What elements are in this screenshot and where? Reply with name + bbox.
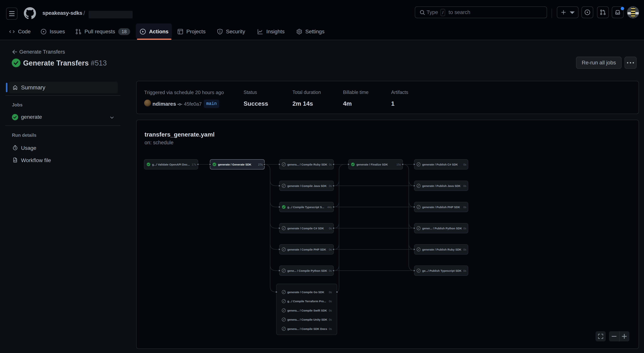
svg-text:generate / Compile C# SDK: generate / Compile C# SDK (287, 227, 324, 230)
svg-text:generate / Publish PHP SDK: generate / Publish PHP SDK (422, 206, 460, 209)
svg-text:gene... / Compile Python SDK: gene... / Compile Python SDK (287, 269, 327, 272)
svg-text:0s: 0s (329, 327, 332, 330)
svg-text:0s: 0s (329, 184, 332, 188)
svg-text:genera... / Compile Unity SDK: genera... / Compile Unity SDK (287, 318, 327, 321)
svg-text:0s: 0s (329, 269, 332, 272)
svg-text:generate / Compile Java SDK: generate / Compile Java SDK (287, 184, 327, 188)
svg-text:0s: 0s (329, 290, 332, 294)
svg-text:0s: 0s (463, 269, 466, 272)
svg-text:0s: 0s (329, 248, 332, 251)
svg-text:gener... / Publish Python SDK: gener... / Publish Python SDK (422, 227, 462, 230)
svg-text:genera... / Compile SDK Docs: genera... / Compile SDK Docs (287, 327, 327, 330)
svg-text:0s: 0s (463, 163, 466, 166)
svg-text:15s: 15s (396, 163, 401, 166)
svg-text:genera... / Compile Swift SDK: genera... / Compile Swift SDK (287, 309, 327, 312)
svg-text:0s: 0s (329, 300, 332, 303)
svg-text:generate / Publish Ruby SDK: generate / Publish Ruby SDK (422, 248, 462, 251)
svg-text:0s: 0s (329, 318, 332, 321)
svg-text:17s: 17s (192, 163, 196, 166)
svg-text:0s: 0s (329, 227, 332, 230)
svg-text:generate / Finalize SDK: generate / Finalize SDK (356, 163, 388, 166)
svg-text:0s: 0s (463, 184, 466, 188)
svg-text:genera... / Compile Ruby SDK: genera... / Compile Ruby SDK (287, 163, 327, 166)
svg-text:generate / Generate SDK: generate / Generate SDK (218, 163, 251, 166)
svg-text:0s: 0s (463, 206, 466, 209)
svg-text:0s: 0s (463, 248, 466, 251)
svg-text:44s: 44s (327, 206, 332, 209)
svg-text:generate / Publish C# SDK: generate / Publish C# SDK (422, 163, 458, 166)
svg-text:g.../ Compile Typescript S...: g.../ Compile Typescript S... (287, 206, 324, 209)
svg-text:generate / Publish Java SDK: generate / Publish Java SDK (422, 184, 461, 188)
svg-text:0s: 0s (463, 227, 466, 230)
svg-text:generate / Compile Go SDK: generate / Compile Go SDK (287, 290, 324, 294)
svg-text:0s: 0s (329, 163, 332, 166)
svg-text:g.../ Compile Terraform Pro...: g.../ Compile Terraform Pro... (287, 300, 326, 303)
svg-text:27s: 27s (258, 163, 263, 166)
svg-text:0s: 0s (329, 309, 332, 312)
svg-text:ge.../ Publish Typescript SDK: ge.../ Publish Typescript SDK (422, 269, 462, 272)
svg-text:generate / Compile PHP SDK: generate / Compile PHP SDK (287, 248, 326, 251)
svg-text:g.../ Validate OpenAPI Doc...: g.../ Validate OpenAPI Doc... (152, 163, 190, 166)
